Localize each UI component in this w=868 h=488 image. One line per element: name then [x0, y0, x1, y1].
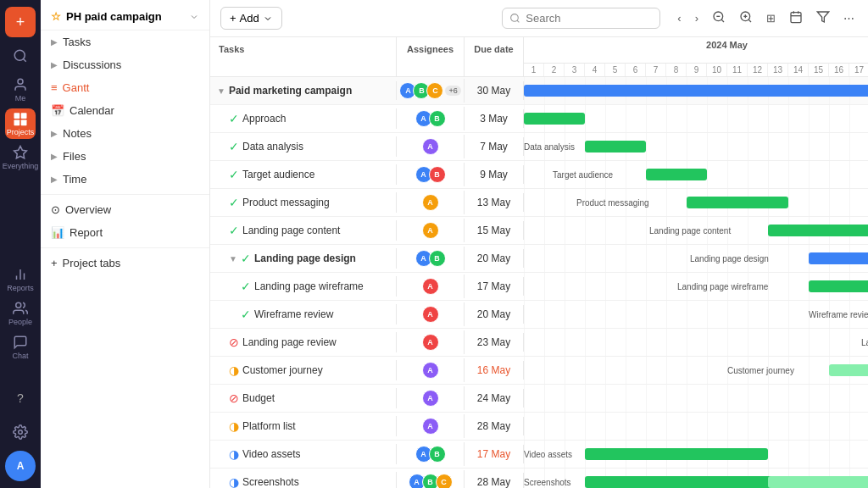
task-name: Landing page content	[242, 225, 340, 236]
nav-everything-label: Everything	[3, 162, 39, 170]
assignee-cell: A	[397, 330, 465, 354]
task-cell: ◑Screenshots	[210, 472, 397, 488]
sidebar-item-overview[interactable]: ⊙ Overview	[41, 198, 209, 221]
nav-chat[interactable]: Chat	[5, 332, 36, 363]
gantt-row: ✓ApproachAB3 May	[210, 105, 868, 133]
sidebar-item-tasks-label: Tasks	[63, 36, 91, 48]
task-cell: ◑Customer journey	[210, 360, 397, 380]
gantt-row: ◑ScreenshotsABC28 MayScreenshots	[210, 469, 868, 488]
gantt-row: ▼✓Landing page designAB20 MayLanding pag…	[210, 245, 868, 273]
tasks-col-header: Tasks	[210, 37, 397, 76]
group-name: Landing page design	[254, 252, 356, 264]
nav-me[interactable]: Me	[5, 75, 36, 105]
task-cell: ✓Landing page wireframe	[210, 276, 397, 297]
nav-search[interactable]	[5, 41, 36, 71]
timeline-cell: Data analysis	[524, 133, 868, 160]
sidebar-item-notes[interactable]: ▶ Notes	[41, 122, 209, 145]
duedate-col-header: Due date	[465, 37, 524, 76]
assignee-cell: A	[397, 386, 465, 410]
prev-icon[interactable]: ‹	[674, 8, 684, 28]
sidebar-item-calendar[interactable]: 📅 Calendar	[41, 99, 209, 122]
nav-everything[interactable]: Everything	[5, 142, 36, 173]
avatar-group: AB	[415, 446, 446, 463]
gantt-row: ✓Wireframe reviewA20 MayWireframe review	[210, 301, 868, 329]
task-cell: ✓Product messaging	[210, 192, 397, 213]
group-chevron[interactable]: ▼	[217, 86, 225, 96]
avatar: A	[422, 222, 439, 239]
nav-projects[interactable]: Projects	[5, 108, 36, 139]
sidebar-item-discussions[interactable]: ▶ Discussions	[41, 53, 209, 76]
filter-icon[interactable]	[813, 7, 833, 30]
sidebar-item-tasks[interactable]: ▶ Tasks	[41, 30, 209, 53]
sidebar-item-time[interactable]: ▶ Time	[41, 168, 209, 191]
nav-settings[interactable]	[5, 417, 36, 447]
sidebar-item-files[interactable]: ▶ Files	[41, 145, 209, 168]
bar-label: Landing page review	[861, 338, 868, 347]
group-chevron[interactable]: ▼	[229, 254, 237, 263]
bar-label: Landing page content	[649, 226, 731, 236]
task-name: Wireframe review	[254, 308, 333, 320]
avatar: B	[429, 446, 446, 463]
assignees-col-header: Assignees	[397, 37, 465, 76]
tasks-chevron: ▶	[51, 37, 58, 47]
main-content: + Add ‹ › ⊞ ⋯	[210, 0, 868, 488]
gantt-bar	[524, 85, 868, 97]
avatar: A	[422, 138, 439, 155]
timeline-cell: Landing page content	[524, 217, 868, 244]
task-name: Video assets	[242, 448, 301, 460]
day-6: 6	[626, 64, 646, 76]
status-check-icon: ✓	[229, 224, 239, 237]
add-chevron-icon	[263, 14, 273, 24]
nav-help[interactable]: ?	[5, 383, 36, 413]
sidebar-project-header[interactable]: ☆ PH paid campaign	[41, 0, 209, 30]
avatar: A	[422, 278, 439, 295]
search-box[interactable]	[502, 8, 660, 29]
avatar-group: A	[422, 222, 439, 239]
task-cell: ▼✓Landing page design	[210, 248, 397, 269]
task-name: Target audience	[242, 169, 314, 180]
assignee-cell: A	[397, 191, 465, 214]
gantt-row: ✓Target audienceAB9 MayTarget audience	[210, 161, 868, 189]
search-icon	[509, 13, 520, 24]
nav-add[interactable]: +	[5, 7, 36, 37]
sidebar-item-files-label: Files	[63, 150, 86, 163]
nav-reports-label: Reports	[7, 284, 34, 292]
avatar: C	[426, 82, 443, 99]
task-cell: ✓Landing page content	[210, 220, 397, 241]
sidebar-item-gantt[interactable]: ≡ Gantt	[41, 76, 209, 99]
task-cell: ⊘Budget	[210, 388, 397, 408]
nav-avatar[interactable]: A	[5, 451, 36, 481]
day-15: 15	[809, 64, 829, 76]
assignee-cell: ABC	[397, 470, 465, 488]
due-date-cell: 30 May	[465, 81, 524, 100]
svg-rect-4	[21, 113, 27, 119]
due-date-cell: 13 May	[465, 193, 524, 212]
nav-reports[interactable]: Reports	[5, 264, 36, 295]
next-icon[interactable]: ›	[692, 8, 702, 28]
gantt-bar-light	[768, 476, 868, 488]
gantt-bar	[809, 252, 868, 264]
nav-me-label: Me	[15, 94, 26, 103]
add-button[interactable]: + Add	[220, 7, 282, 30]
avatar-group: A	[422, 194, 439, 211]
search-input[interactable]	[526, 12, 653, 25]
more-icon[interactable]: ⋯	[840, 8, 858, 28]
status-check-icon: ✓	[229, 168, 239, 181]
svg-point-13	[511, 14, 519, 22]
group-name: Paid marketing campaign	[229, 85, 352, 97]
status-check-icon: ✓	[241, 308, 251, 321]
sidebar-item-project-tabs[interactable]: + Project tabs	[41, 252, 209, 274]
sidebar-item-report[interactable]: 📊 Report	[41, 221, 209, 244]
task-name: Budget	[242, 392, 275, 404]
nav-people[interactable]: People	[5, 298, 36, 329]
avatar-count: +6	[445, 86, 460, 96]
sidebar-item-notes-label: Notes	[63, 127, 92, 140]
calendar-icon[interactable]	[786, 7, 806, 30]
avatar: A	[422, 418, 439, 435]
zoom-out-icon[interactable]	[709, 7, 729, 30]
grid-icon[interactable]: ⊞	[763, 8, 779, 28]
zoom-in-icon[interactable]	[736, 7, 756, 30]
gantt-icon: ≡	[51, 81, 58, 94]
month-row: 2024 May 2024 May	[524, 37, 868, 64]
day-12: 12	[748, 64, 768, 76]
